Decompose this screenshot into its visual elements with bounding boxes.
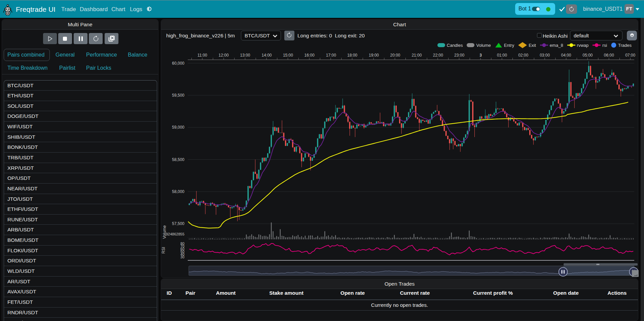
svg-text:13:00: 13:00 [240,53,250,58]
svg-text:15:00: 15:00 [283,53,293,58]
svg-text:14:00: 14:00 [261,53,272,58]
svg-text:06:00: 06:00 [604,53,614,58]
svg-text:20:00: 20:00 [390,53,400,58]
svg-text:60,000: 60,000 [172,61,184,66]
svg-text:21:00: 21:00 [412,53,422,58]
svg-text:12:00: 12:00 [219,53,229,58]
svg-text:RSI: RSI [161,247,166,254]
svg-text:18:00: 18:00 [347,53,357,58]
svg-text:30: 30 [180,255,184,259]
svg-text:57,500: 57,500 [172,221,184,226]
svg-text:58,000: 58,000 [172,189,184,194]
svg-text:19:00: 19:00 [369,53,379,58]
svg-text:23:00: 23:00 [454,53,464,58]
svg-text:04:00: 04:00 [561,53,571,58]
svg-text:3: 3 [479,53,482,58]
svg-text:58,500: 58,500 [172,157,184,162]
svg-text:17:00: 17:00 [326,53,336,58]
svg-text:01:00: 01:00 [497,53,507,58]
svg-text:16:00: 16:00 [305,53,315,58]
svg-text:22:00: 22:00 [433,53,443,58]
svg-text:03:00: 03:00 [540,53,550,58]
svg-text:05:00: 05:00 [582,53,593,58]
svg-text:11:00: 11:00 [198,53,207,58]
svg-text:07:00: 07:00 [625,53,635,58]
svg-text:Volume: Volume [162,225,167,239]
svg-text:02:00: 02:00 [518,53,528,58]
svg-text:924862855: 924862855 [166,232,184,236]
svg-text:59,500: 59,500 [172,93,184,98]
svg-text:59,000: 59,000 [172,125,184,130]
